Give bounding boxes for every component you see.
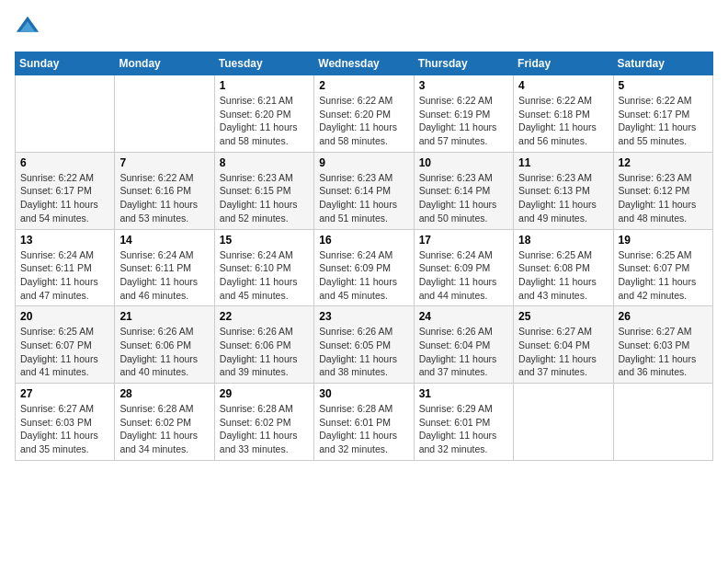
day-info: Sunrise: 6:23 AMSunset: 6:13 PMDaylight:… [518, 171, 608, 225]
calendar-week-row: 27Sunrise: 6:27 AMSunset: 6:03 PMDayligh… [16, 384, 713, 461]
day-number: 7 [119, 156, 209, 169]
day-number: 16 [319, 234, 408, 247]
day-info: Sunrise: 6:24 AMSunset: 6:09 PMDaylight:… [419, 248, 508, 303]
day-number: 30 [319, 387, 408, 400]
day-number: 11 [518, 156, 608, 169]
logo-icon [15, 15, 40, 40]
day-number: 24 [419, 310, 508, 323]
calendar-cell: 4Sunrise: 6:22 AMSunset: 6:18 PMDaylight… [514, 75, 613, 153]
day-info: Sunrise: 6:22 AMSunset: 6:16 PMDaylight:… [119, 171, 209, 225]
calendar-cell: 18Sunrise: 6:25 AMSunset: 6:08 PMDayligh… [514, 229, 613, 306]
calendar-header-row: SundayMondayTuesdayWednesdayThursdayFrid… [16, 52, 713, 75]
calendar-cell: 28Sunrise: 6:28 AMSunset: 6:02 PMDayligh… [115, 384, 214, 461]
calendar-cell: 8Sunrise: 6:23 AMSunset: 6:15 PMDaylight… [214, 152, 313, 229]
day-info: Sunrise: 6:26 AMSunset: 6:05 PMDaylight:… [319, 325, 408, 379]
day-info: Sunrise: 6:22 AMSunset: 6:20 PMDaylight:… [319, 94, 408, 148]
day-number: 18 [518, 234, 608, 247]
page-header [15, 15, 713, 40]
day-number: 9 [319, 156, 408, 169]
day-number: 5 [619, 79, 708, 92]
day-number: 2 [319, 79, 408, 92]
day-info: Sunrise: 6:22 AMSunset: 6:19 PMDaylight:… [419, 94, 508, 148]
weekday-header: Friday [514, 52, 613, 75]
calendar-cell: 31Sunrise: 6:29 AMSunset: 6:01 PMDayligh… [414, 384, 513, 461]
calendar-cell [16, 75, 115, 153]
calendar-table: SundayMondayTuesdayWednesdayThursdayFrid… [15, 52, 713, 461]
calendar-cell: 25Sunrise: 6:27 AMSunset: 6:04 PMDayligh… [514, 306, 613, 384]
day-number: 4 [518, 79, 608, 92]
calendar-week-row: 20Sunrise: 6:25 AMSunset: 6:07 PMDayligh… [16, 306, 713, 384]
day-number: 14 [119, 234, 209, 247]
day-info: Sunrise: 6:27 AMSunset: 6:03 PMDaylight:… [619, 325, 708, 379]
day-number: 29 [220, 387, 309, 400]
calendar-cell [613, 384, 712, 461]
day-info: Sunrise: 6:22 AMSunset: 6:17 PMDaylight:… [20, 171, 109, 225]
day-number: 20 [20, 310, 109, 323]
calendar-cell: 24Sunrise: 6:26 AMSunset: 6:04 PMDayligh… [414, 306, 513, 384]
day-number: 10 [419, 156, 508, 169]
weekday-header: Saturday [613, 52, 712, 75]
day-info: Sunrise: 6:28 AMSunset: 6:02 PMDaylight:… [119, 402, 209, 456]
weekday-header: Wednesday [314, 52, 414, 75]
day-number: 22 [220, 310, 309, 323]
day-info: Sunrise: 6:26 AMSunset: 6:04 PMDaylight:… [419, 325, 508, 379]
calendar-cell: 21Sunrise: 6:26 AMSunset: 6:06 PMDayligh… [115, 306, 214, 384]
day-info: Sunrise: 6:27 AMSunset: 6:04 PMDaylight:… [518, 325, 608, 379]
calendar-cell: 29Sunrise: 6:28 AMSunset: 6:02 PMDayligh… [214, 384, 313, 461]
calendar-cell: 20Sunrise: 6:25 AMSunset: 6:07 PMDayligh… [16, 306, 115, 384]
day-info: Sunrise: 6:24 AMSunset: 6:09 PMDaylight:… [319, 248, 408, 303]
calendar-cell: 14Sunrise: 6:24 AMSunset: 6:11 PMDayligh… [115, 229, 214, 306]
calendar-cell: 26Sunrise: 6:27 AMSunset: 6:03 PMDayligh… [613, 306, 712, 384]
calendar-cell: 7Sunrise: 6:22 AMSunset: 6:16 PMDaylight… [115, 152, 214, 229]
calendar-cell: 5Sunrise: 6:22 AMSunset: 6:17 PMDaylight… [613, 75, 712, 153]
day-number: 12 [619, 156, 708, 169]
day-number: 25 [518, 310, 608, 323]
calendar-cell: 22Sunrise: 6:26 AMSunset: 6:06 PMDayligh… [214, 306, 313, 384]
day-info: Sunrise: 6:25 AMSunset: 6:07 PMDaylight:… [20, 325, 109, 379]
calendar-cell: 6Sunrise: 6:22 AMSunset: 6:17 PMDaylight… [16, 152, 115, 229]
day-number: 28 [119, 387, 209, 400]
calendar-cell: 27Sunrise: 6:27 AMSunset: 6:03 PMDayligh… [16, 384, 115, 461]
calendar-cell: 2Sunrise: 6:22 AMSunset: 6:20 PMDaylight… [314, 75, 414, 153]
day-number: 3 [419, 79, 508, 92]
weekday-header: Monday [115, 52, 214, 75]
day-info: Sunrise: 6:27 AMSunset: 6:03 PMDaylight:… [20, 402, 109, 456]
day-info: Sunrise: 6:28 AMSunset: 6:01 PMDaylight:… [319, 402, 408, 456]
day-number: 31 [419, 387, 508, 400]
day-number: 6 [20, 156, 109, 169]
day-info: Sunrise: 6:23 AMSunset: 6:14 PMDaylight:… [419, 171, 508, 225]
day-info: Sunrise: 6:23 AMSunset: 6:12 PMDaylight:… [619, 171, 708, 225]
day-info: Sunrise: 6:25 AMSunset: 6:08 PMDaylight:… [518, 248, 608, 303]
logo [15, 15, 44, 40]
weekday-header: Thursday [414, 52, 513, 75]
calendar-week-row: 13Sunrise: 6:24 AMSunset: 6:11 PMDayligh… [16, 229, 713, 306]
calendar-cell: 23Sunrise: 6:26 AMSunset: 6:05 PMDayligh… [314, 306, 414, 384]
day-number: 26 [619, 310, 708, 323]
day-number: 17 [419, 234, 508, 247]
day-number: 19 [619, 234, 708, 247]
calendar-cell: 10Sunrise: 6:23 AMSunset: 6:14 PMDayligh… [414, 152, 513, 229]
calendar-week-row: 1Sunrise: 6:21 AMSunset: 6:20 PMDaylight… [16, 75, 713, 153]
day-number: 23 [319, 310, 408, 323]
calendar-cell: 17Sunrise: 6:24 AMSunset: 6:09 PMDayligh… [414, 229, 513, 306]
day-info: Sunrise: 6:26 AMSunset: 6:06 PMDaylight:… [119, 325, 209, 379]
day-number: 15 [220, 234, 309, 247]
day-number: 1 [220, 79, 309, 92]
calendar-cell [514, 384, 613, 461]
day-info: Sunrise: 6:24 AMSunset: 6:10 PMDaylight:… [220, 248, 309, 303]
day-info: Sunrise: 6:25 AMSunset: 6:07 PMDaylight:… [619, 248, 708, 303]
day-info: Sunrise: 6:29 AMSunset: 6:01 PMDaylight:… [419, 402, 508, 456]
day-number: 27 [20, 387, 109, 400]
calendar-cell [115, 75, 214, 153]
weekday-header: Tuesday [214, 52, 313, 75]
calendar-cell: 1Sunrise: 6:21 AMSunset: 6:20 PMDaylight… [214, 75, 313, 153]
day-info: Sunrise: 6:21 AMSunset: 6:20 PMDaylight:… [220, 94, 309, 148]
day-info: Sunrise: 6:22 AMSunset: 6:17 PMDaylight:… [619, 94, 708, 148]
day-info: Sunrise: 6:26 AMSunset: 6:06 PMDaylight:… [220, 325, 309, 379]
day-info: Sunrise: 6:24 AMSunset: 6:11 PMDaylight:… [20, 248, 109, 303]
day-number: 21 [119, 310, 209, 323]
calendar-cell: 3Sunrise: 6:22 AMSunset: 6:19 PMDaylight… [414, 75, 513, 153]
day-info: Sunrise: 6:24 AMSunset: 6:11 PMDaylight:… [119, 248, 209, 303]
day-number: 13 [20, 234, 109, 247]
calendar-week-row: 6Sunrise: 6:22 AMSunset: 6:17 PMDaylight… [16, 152, 713, 229]
